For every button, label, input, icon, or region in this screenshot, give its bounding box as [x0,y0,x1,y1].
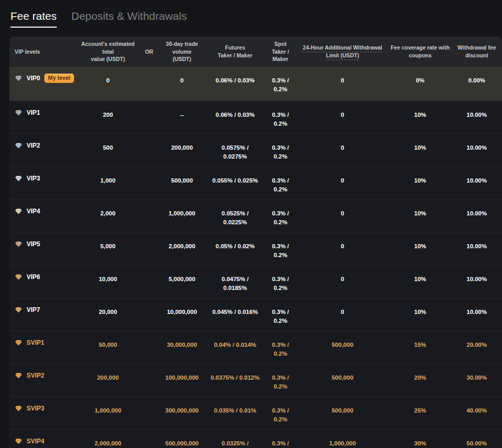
table-row: VIP7 20,000 10,000,000 0.045% / 0.016% 0… [9,298,502,331]
fee-coverage-cell: 10% [389,101,451,119]
vip-diamond-icon [15,142,22,149]
or-cell [140,430,158,439]
account-value-cell: 5,000 [76,233,140,251]
vip-level-label: VIP7 [27,306,40,314]
vip-level-label: SVIP2 [27,372,44,380]
vip-level-label: VIP5 [27,240,40,248]
vip-level-cell: VIP7 [9,298,76,314]
header-vip-levels: VIP levels [9,48,76,56]
fee-coverage-cell: 15% [389,331,451,349]
trade-volume-cell: 2,000,000 [158,233,205,251]
fee-coverage-cell: 0% [389,67,451,85]
spot-fee-value: 0.3% / 0.2% [268,275,293,293]
futures-fee-value: 0.05% / 0.02% [210,242,260,251]
vip-level-label: VIP6 [27,273,40,281]
spot-fee-cell: 0.3% / 0.2% [265,101,296,128]
header-futures-taker-maker: Futures Taker / Maker [205,44,265,59]
tab-deposits-withdrawals[interactable]: Deposits & Withdrawals [71,9,187,27]
vip-level-cell: VIP0 My level [9,67,76,83]
vip-diamond-icon [15,208,22,215]
fee-coverage-cell: 25% [389,397,451,415]
vip-diamond-icon [15,241,22,248]
account-value-cell: 2,000,000 [76,430,140,448]
vip-level-cell: SVIP2 [9,364,76,380]
withdrawal-discount-cell: 10.00% [451,233,502,251]
account-value-cell: 500 [76,134,140,152]
fee-coverage-cell: 10% [389,134,451,152]
futures-fee-cell: 0.06% / 0.03% [205,67,265,85]
tab-fee-rates[interactable]: Fee rates [10,9,57,28]
or-cell [140,265,158,275]
withdrawal-discount-cell: 50.00% [451,430,502,448]
fee-coverage-cell: 10% [389,298,451,317]
table-row: VIP0 My level 0 0 0.06% / 0.03% 0.3% / 0… [9,67,502,101]
vip-level-cell: VIP6 [9,265,76,281]
fee-coverage-cell: 20% [389,364,451,382]
futures-fee-cell: 0.035% / 0.01% [205,397,265,415]
trade-volume-cell: 0 [158,67,205,85]
withdrawal-discount-cell: 10.00% [451,298,502,317]
account-value-cell: 1,000 [76,167,140,185]
table-header-row: VIP levels Account's estimated total val… [9,37,502,67]
or-cell [140,397,158,406]
trade-volume-cell: 100,000,000 [158,364,205,382]
futures-fee-cell: 0.0325% / [205,430,265,448]
futures-fee-value: 0.0325% / [210,439,260,448]
trade-volume-cell: 5,000,000 [158,265,205,284]
spot-fee-value: 0.3% / 0.2% [268,308,293,325]
spot-fee-cell: 0.3% / 0.2% [265,167,296,194]
spot-fee-cell: 0.3% / 0.2% [265,200,296,227]
table-row: SVIP1 50,000 30,000,000 0.04% / 0.014% 0… [9,331,502,364]
futures-fee-value: 0.0525% / 0.0225% [210,209,260,227]
header-24h-withdrawal-limit[interactable]: 24-Hour Additional Withdrawal Limit (USD… [296,44,389,59]
vip-diamond-icon [15,340,22,346]
spot-fee-value: 0.3% / 0.2% [268,111,293,128]
futures-fee-cell: 0.055% / 0.025% [205,167,265,185]
table-row: VIP1 200 -- 0.06% / 0.03% 0.3% / 0.2% 0 … [9,101,502,134]
futures-fee-value: 0.04% / 0.014% [210,341,260,349]
vip-diamond-icon [15,175,22,182]
withdrawal-limit-cell: 0 [296,200,389,218]
withdrawal-discount-cell: 10.00% [451,101,502,119]
or-cell [140,233,158,242]
futures-fee-cell: 0.0475% / 0.0185% [205,265,265,293]
vip-diamond-icon [15,307,22,313]
account-value-cell: 0 [76,67,140,85]
fee-coverage-cell: 10% [389,233,451,251]
table-row: VIP3 1,000 500,000 0.055% / 0.025% 0.3% … [9,166,502,199]
vip-level-label: VIP3 [27,175,40,183]
withdrawal-limit-cell: 0 [296,167,389,185]
or-cell [140,101,158,111]
fee-rates-table: VIP levels Account's estimated total val… [9,37,502,448]
spot-fee-value: 0.3% / 0.2% [268,143,293,161]
vip-level-label: SVIP4 [27,438,44,445]
vip-level-label: VIP0 [27,75,40,82]
futures-fee-cell: 0.06% / 0.03% [205,101,265,119]
header-24h-withdrawal-limit-text[interactable]: 24-Hour Additional Withdrawal Limit (USD… [303,44,382,58]
spot-fee-cell: 0.3% / 0.2% [265,233,296,260]
header-account-value: Account's estimated total value (USDT) [76,40,140,63]
vip-level-cell: VIP4 [9,200,76,215]
vip-level-label: VIP4 [27,208,40,215]
vip-level-cell: VIP3 [9,167,76,183]
vip-diamond-icon [15,274,22,281]
vip-level-cell: VIP5 [9,233,76,248]
futures-fee-cell: 0.0575% / 0.0275% [205,134,265,161]
futures-fee-value: 0.055% / 0.025% [210,176,260,185]
account-value-cell: 1,000,000 [76,397,140,415]
table-row: VIP5 5,000 2,000,000 0.05% / 0.02% 0.3% … [9,232,502,265]
futures-fee-cell: 0.045% / 0.016% [205,298,265,317]
spot-fee-value: 0.3% / 0.2% [268,406,293,424]
vip-diamond-icon [15,75,22,82]
vip-level-label: SVIP3 [27,405,44,413]
trade-volume-cell: -- [158,101,205,119]
trade-volume-cell: 300,000,000 [158,397,205,415]
fee-coverage-cell: 10% [389,167,451,185]
table-row: VIP6 10,000 5,000,000 0.0475% / 0.0185% … [9,265,502,298]
withdrawal-discount-cell: 40.00% [451,397,502,415]
header-fee-coverage: Fee coverage rate with coupons [389,44,451,59]
spot-fee-value: 0.3% / 0.2% [268,373,293,391]
vip-diamond-icon [15,372,22,379]
spot-fee-cell: 0.3% / 0.2% [265,331,296,358]
or-cell [140,200,158,209]
